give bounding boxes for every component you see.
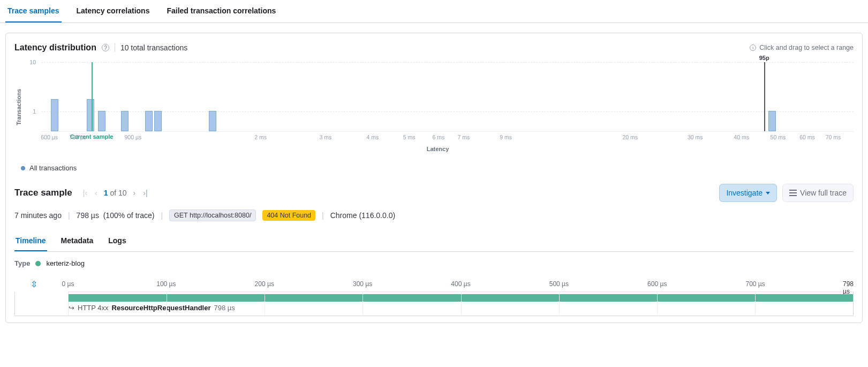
transaction-count: 10 total transactions <box>120 43 187 52</box>
span-http-status: HTTP 4xx <box>78 304 109 312</box>
timeline-tick: 400 µs <box>451 280 470 288</box>
chart-plot-area[interactable]: Current sample95p <box>41 62 854 132</box>
timeline-tick: 0 µs <box>62 280 74 288</box>
http-request-pill: GET http://localhost:8080/ <box>169 209 256 221</box>
pager-first-button[interactable]: |‹ <box>82 188 88 198</box>
timeline-scale: 0 µs100 µs200 µs300 µs400 µs500 µs600 µs… <box>68 280 854 292</box>
status-pill: 404 Not Found <box>262 210 315 221</box>
pager-prev-button[interactable]: ‹ <box>94 188 99 198</box>
chart-bar[interactable] <box>154 111 162 131</box>
pager-of: of <box>110 189 116 197</box>
redirect-icon: ↪ <box>69 304 74 312</box>
tab-timeline[interactable]: Timeline <box>14 231 47 251</box>
span-duration: 798 µs <box>214 304 235 312</box>
xaxis-tick: 70 ms <box>826 134 841 140</box>
pager-last-button[interactable]: ›| <box>142 188 148 198</box>
browser-info: Chrome (116.0.0.0) <box>330 211 395 220</box>
timeline-gridline <box>461 292 462 316</box>
help-icon[interactable]: ? <box>102 44 109 51</box>
current-sample-marker <box>92 62 93 131</box>
type-row: Type kerteriz-blog <box>14 259 854 267</box>
investigate-label: Investigate <box>726 189 763 197</box>
timeline-gridline <box>265 292 265 316</box>
tab-latency-correlations[interactable]: Latency correlations <box>74 0 152 23</box>
chart-bar[interactable] <box>98 111 105 131</box>
timeline-gridline <box>559 292 560 316</box>
trace-pct: (100% of trace) <box>103 211 155 220</box>
p95-marker <box>764 62 765 131</box>
latency-title: Latency distribution <box>14 43 96 53</box>
chart-bar[interactable] <box>145 111 153 131</box>
service-name[interactable]: kerteriz-blog <box>46 259 85 267</box>
separator: | <box>322 211 324 220</box>
trace-age: 7 minutes ago <box>14 211 62 220</box>
xaxis-tick: 40 ms <box>734 134 749 140</box>
xaxis-tick: 4 ms <box>367 134 379 140</box>
chevron-down-icon <box>766 192 770 194</box>
latency-header: Latency distribution ? 10 total transact… <box>14 43 854 53</box>
yaxis-labels: 10 1 <box>22 62 38 132</box>
timeline-gridline <box>167 292 167 316</box>
timeline-body: ↪ HTTP 4xx ResourceHttpRequestHandler 79… <box>14 292 854 316</box>
pager-next-button[interactable]: › <box>132 188 137 198</box>
chart-bar[interactable] <box>121 111 129 131</box>
view-full-trace-button[interactable]: View full trace <box>782 184 854 202</box>
timeline-tick: 200 µs <box>255 280 274 288</box>
investigate-button[interactable]: Investigate <box>719 184 777 202</box>
timeline-tick: 500 µs <box>549 280 569 288</box>
timeline-gridline <box>363 292 363 316</box>
tab-trace-samples[interactable]: Trace samples <box>5 0 62 23</box>
trace-sample-header: Trace sample |‹ ‹ 1 of 10 › ›| Investiga… <box>14 184 854 202</box>
timeline-tick: 700 µs <box>745 280 765 288</box>
type-label: Type <box>14 259 30 267</box>
drag-hint: i Click and drag to select a range <box>750 44 854 51</box>
pager-text: 1 of 10 <box>104 189 127 197</box>
xaxis-tick: 9 ms <box>500 134 512 140</box>
xaxis-tick: 30 ms <box>688 134 703 140</box>
view-full-trace-label: View full trace <box>800 189 847 197</box>
timeline: ⇳ 0 µs100 µs200 µs300 µs400 µs500 µs600 … <box>14 280 854 316</box>
timeline-span-row[interactable]: ↪ HTTP 4xx ResourceHttpRequestHandler 79… <box>15 292 853 316</box>
xaxis-tick: 6 ms <box>432 134 444 140</box>
latency-chart[interactable]: Transactions 10 1 Current sample95p 600 … <box>14 62 854 152</box>
tab-logs[interactable]: Logs <box>107 231 127 251</box>
pager-total: 10 <box>118 189 127 197</box>
legend-dot-icon <box>21 166 25 170</box>
xaxis-tick: 5 ms <box>403 134 416 140</box>
drag-hint-text: Click and drag to select a range <box>759 44 854 51</box>
collapse-icon[interactable]: ⇳ <box>31 279 37 289</box>
separator <box>115 43 115 52</box>
chart-legend[interactable]: All transactions <box>21 164 854 172</box>
xaxis-tick: 2 ms <box>254 134 267 140</box>
xaxis-tick: 700 µs <box>69 134 86 140</box>
xaxis-tick: 7 ms <box>457 134 470 140</box>
xaxis-tick: 600 µs <box>41 134 58 140</box>
chart-bar[interactable] <box>51 99 58 131</box>
trace-sample-title: Trace sample <box>14 188 72 198</box>
info-icon: i <box>750 44 756 51</box>
xaxis-tick: 20 ms <box>623 134 638 140</box>
timeline-tick: 100 µs <box>156 280 176 288</box>
chart-bar[interactable] <box>87 99 94 131</box>
trace-meta-row: 7 minutes ago | 798 µs (100% of trace) |… <box>14 209 854 221</box>
trace-duration: 798 µs <box>77 211 99 220</box>
timeline-tick: 300 µs <box>353 280 372 288</box>
xaxis-tick: 50 ms <box>771 134 786 140</box>
span-name: ResourceHttpRequestHandler <box>112 304 211 312</box>
timeline-gridline <box>657 292 658 316</box>
tab-metadata[interactable]: Metadata <box>60 231 95 251</box>
service-dot-icon <box>35 261 41 266</box>
pager-current: 1 <box>104 189 108 197</box>
span-label: ↪ HTTP 4xx ResourceHttpRequestHandler 79… <box>69 304 235 312</box>
span-track: ↪ HTTP 4xx ResourceHttpRequestHandler 79… <box>69 292 853 316</box>
chart-bar[interactable] <box>768 111 776 131</box>
chart-bar[interactable] <box>209 111 216 131</box>
separator: | <box>68 211 70 220</box>
yaxis-title: Transactions <box>14 89 22 125</box>
list-icon <box>789 190 797 196</box>
xaxis-tick: 3 ms <box>320 134 332 140</box>
xaxis-title: Latency <box>22 146 854 152</box>
trace-pager: |‹ ‹ 1 of 10 › ›| <box>82 188 149 198</box>
tab-failed-transaction-correlations[interactable]: Failed transaction correlations <box>164 0 278 23</box>
trace-sub-tabs: Timeline Metadata Logs <box>14 231 854 252</box>
